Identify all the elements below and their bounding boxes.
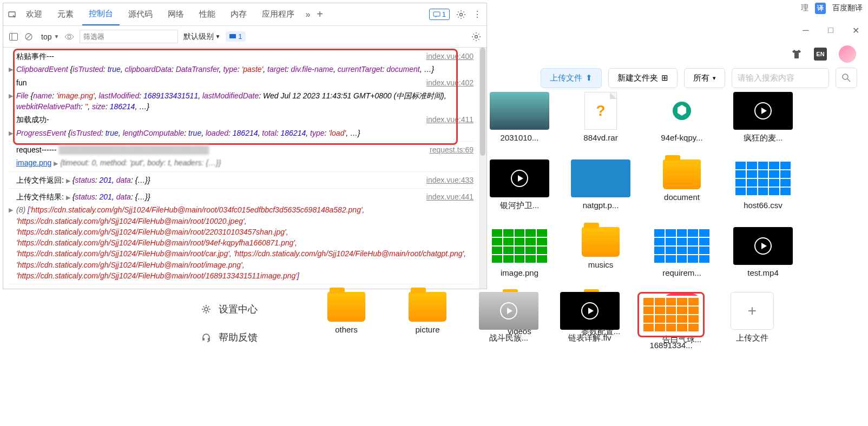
console-settings-icon[interactable] <box>471 32 481 42</box>
source-link[interactable]: index.vue:400 <box>422 51 474 62</box>
file-name-label: musics <box>568 260 633 269</box>
source-link[interactable]: request.ts:69 <box>425 144 474 155</box>
tab-console[interactable]: 控制台 <box>82 3 120 25</box>
tab-sources[interactable]: 源代码 <box>122 4 159 25</box>
devtools-panel: 欢迎 元素 控制台 源代码 网络 性能 内存 应用程序 » + 1 ⋮ top▼… <box>3 3 487 289</box>
file-name-label: requirem... <box>649 268 714 277</box>
folder-plus-icon: ⊞ <box>661 73 668 83</box>
user-avatar[interactable] <box>838 44 857 64</box>
search-input[interactable]: 请输入搜索内容 <box>732 68 829 88</box>
source-link[interactable]: index.vue:411 <box>422 114 474 125</box>
file-name-label: 2031010... <box>487 133 552 142</box>
file-name-label: 94ef-kqpy... <box>649 133 714 142</box>
file-name-label: natgpt.p... <box>568 201 633 210</box>
gear-icon <box>200 303 212 315</box>
sidebar-item-help[interactable]: 帮助反馈 <box>200 331 258 344</box>
shirt-icon[interactable] <box>790 48 803 61</box>
settings-gear-icon[interactable] <box>456 10 466 19</box>
file-item[interactable]: 疯狂的麦... <box>731 92 795 143</box>
image-link[interactable]: image.png <box>16 158 51 167</box>
file-item[interactable]: picture <box>395 292 460 350</box>
svg-point-10 <box>843 74 848 79</box>
add-tab-icon[interactable]: + <box>315 10 325 19</box>
file-name-label: document <box>649 192 714 202</box>
kebab-menu-icon[interactable]: ⋮ <box>472 10 482 19</box>
maximize-button[interactable]: □ <box>818 22 843 39</box>
source-link[interactable]: request.ts:48 <box>425 287 474 289</box>
file-name-label: 链表详解.flv <box>557 333 622 343</box>
more-tabs-icon[interactable]: » <box>303 10 313 19</box>
file-item[interactable]: requirem... <box>649 227 714 277</box>
svg-point-2 <box>460 13 463 16</box>
file-manager-toolbar: 上传文件 ⬆ 新建文件夹 ⊞ 所有 ▾ 请输入搜索内容 <box>541 68 868 88</box>
new-folder-button[interactable]: 新建文件夹 ⊞ <box>608 68 678 88</box>
log-level-select[interactable]: 默认级别 ▼ <box>183 32 220 42</box>
upload-icon: ⬆ <box>586 73 593 83</box>
svg-point-7 <box>68 35 71 38</box>
sidebar-item-settings[interactable]: 设置中心 <box>200 303 258 316</box>
file-item[interactable]: others <box>314 292 379 350</box>
file-item[interactable]: 94ef-kqpy... <box>649 92 714 143</box>
file-item[interactable]: test.mp4 <box>731 227 795 277</box>
chevron-down-icon: ▾ <box>713 75 716 82</box>
language-icon[interactable]: EN <box>814 48 827 61</box>
console-scrollbar[interactable] <box>479 48 486 289</box>
sidebar-toggle-icon[interactable] <box>9 32 18 42</box>
file-name-label: picture <box>395 325 460 334</box>
file-name-label: 银河护卫... <box>487 201 552 211</box>
search-button[interactable] <box>836 68 857 88</box>
file-name-label: test.mp4 <box>731 268 795 277</box>
file-item[interactable]: 银河护卫... <box>487 159 552 211</box>
baidu-translate-label[interactable]: 百度翻译 <box>832 3 863 13</box>
tab-welcome[interactable]: 欢迎 <box>19 4 49 25</box>
context-select[interactable]: top▼ <box>39 31 59 42</box>
issues-badge[interactable]: 1 <box>226 31 245 42</box>
header-tray: EN <box>790 43 868 65</box>
file-name-label: image.png <box>487 268 552 277</box>
filter-select[interactable]: 所有 ▾ <box>684 68 725 88</box>
tab-performance[interactable]: 性能 <box>193 4 222 25</box>
file-item[interactable]: 战斗民族... <box>476 292 541 350</box>
source-link[interactable]: index.vue:402 <box>422 77 474 88</box>
filter-input[interactable] <box>80 30 178 43</box>
upload-button[interactable]: 上传文件 ⬆ <box>541 68 602 88</box>
file-name-label: 上传文件 <box>720 333 785 343</box>
file-item[interactable]: +上传文件 <box>720 292 785 350</box>
file-grid-lower: otherspicture战斗民族...链表详解.flv16891334...+… <box>314 292 863 350</box>
source-link[interactable]: index.vue:441 <box>422 191 474 202</box>
clear-console-icon[interactable] <box>24 32 34 42</box>
minimize-button[interactable]: ─ <box>793 22 818 39</box>
tab-memory[interactable]: 内存 <box>224 4 253 25</box>
svg-rect-3 <box>10 33 18 40</box>
file-name-label: host66.csv <box>731 201 795 210</box>
tab-application[interactable]: 应用程序 <box>255 4 301 25</box>
file-item[interactable]: ?884vd.rar <box>568 92 633 143</box>
file-item[interactable]: 16891334... <box>639 292 703 350</box>
tab-elements[interactable]: 元素 <box>51 4 80 25</box>
console-output[interactable]: 粘贴事件---index.vue:400 ▶ClipboardEvent {is… <box>3 48 479 289</box>
file-item[interactable]: musics <box>568 227 633 277</box>
file-item[interactable]: natgpt.p... <box>568 159 633 211</box>
inspect-icon[interactable] <box>8 10 17 19</box>
file-name-label: 战斗民族... <box>476 333 541 343</box>
file-item[interactable]: 链表详解.flv <box>557 292 622 350</box>
messages-badge[interactable]: 1 <box>429 9 450 20</box>
svg-rect-8 <box>229 34 236 38</box>
file-item[interactable]: image.png <box>487 227 552 277</box>
file-item[interactable]: document <box>649 159 714 211</box>
tab-fragment: 理 <box>801 3 808 13</box>
file-item[interactable]: 2031010... <box>487 92 552 143</box>
sidebar-item-label: 设置中心 <box>219 303 258 316</box>
live-expression-icon[interactable] <box>64 32 74 42</box>
svg-point-9 <box>475 35 478 38</box>
window-controls: ─ □ ✕ <box>793 22 868 39</box>
baidu-translate-icon[interactable]: 译 <box>815 3 826 14</box>
source-link[interactable]: index.vue:433 <box>422 175 474 185</box>
headset-icon <box>200 331 212 343</box>
file-item[interactable]: host66.csv <box>731 159 795 211</box>
close-button[interactable]: ✕ <box>843 22 868 39</box>
tab-network[interactable]: 网络 <box>161 4 190 25</box>
browser-tab-area: 理 译 百度翻译 <box>795 0 868 16</box>
sidebar-item-label: 帮助反馈 <box>219 331 258 344</box>
left-sidebar: 设置中心 帮助反馈 <box>200 303 258 344</box>
